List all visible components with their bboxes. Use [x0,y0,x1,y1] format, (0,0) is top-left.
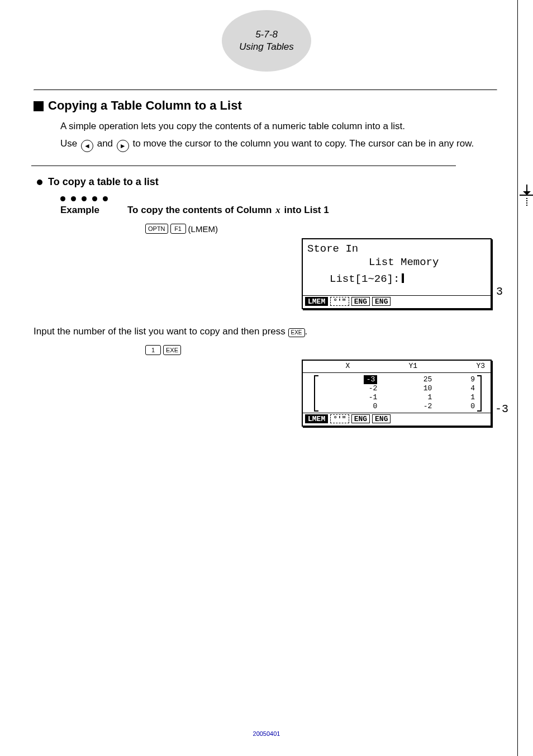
screen1-line1: Store In [307,243,486,256]
key-1: 1 [145,345,161,355]
table-row: -1 1 1 [315,393,480,402]
calc-screen-1: Store In List Memory List[1~26]: LMEM °'… [302,238,492,309]
section-heading: Copying a Table Column to a List [34,98,497,113]
example-dots [60,193,497,204]
cell-y1-2: 1 [383,393,437,402]
key-sequence-2: 1 EXE [145,345,497,355]
section-title-text: Copying a Table Column to a List [48,98,242,113]
screen1-line2: List Memory [307,256,486,270]
softkey-lmem-2: LMEM [305,414,328,423]
screen1-line3: List[1~26]: [307,273,486,286]
softkey-eng-over: ENG [372,297,391,306]
key-exe: EXE [163,345,181,355]
section-para-1: A simple operation lets you copy the con… [60,120,497,134]
para2-b: and [94,138,116,149]
instruction-2: Input the number of the list you want to… [34,326,497,337]
screen2-right-value: -3 [495,403,508,415]
cell-y3-2: 1 [437,393,480,402]
table-row: -2 10 4 [315,384,480,393]
key-fn-lmem: (LMEM) [188,224,218,234]
subsection-rule [31,166,456,166]
page-number: 5-7-8 [255,29,278,40]
table-row: -3 25 9 [315,375,480,384]
cell-y1-0: 25 [383,375,437,384]
example-text: To copy the contents of Column x into Li… [127,205,329,216]
instr2-b: . [305,326,308,337]
cell-y3-1: 4 [437,384,480,393]
example-text-b: into List 1 [282,205,329,215]
instr2-a: Input the number of the list you want to… [34,326,288,337]
header-badge: 5-7-8 Using Tables [222,10,311,72]
right-page-border [517,0,518,756]
page-content: Copying a Table Column to a List A simpl… [34,89,497,443]
para2-c: to move the cursor to the column you wan… [130,138,474,149]
softkey-eng-2: ENG [351,414,370,423]
cell-y1-1: 10 [383,384,437,393]
subsection-heading: To copy a table to a list [37,176,497,188]
th-y1: Y1 [355,362,423,372]
cell-x-0-inv: -3 [364,375,377,384]
softkey-bar-1: LMEM °'" ENG ENG [303,295,491,308]
tbl-bracket: -3 25 9 -2 10 4 -1 1 [314,375,482,412]
right-arrow-key-icon: ► [117,140,129,152]
key-exe-inline: EXE [288,328,305,337]
key-sequence-1: OPTN F1 (LMEM) [145,224,497,234]
section-para-2: Use ◄ and ► to move the cursor to the co… [60,137,497,153]
th-x: X [303,362,355,372]
cell-x-2: -1 [315,393,383,402]
softkey-dms-2: °'" [330,414,349,423]
key-f1: F1 [170,224,186,234]
screen2-table: X Y1 Y3 [303,362,491,372]
softkey-eng: ENG [351,297,370,306]
th-y3: Y3 [423,362,491,372]
crop-mark-icon [518,185,533,209]
footer-date: 20050401 [0,730,533,737]
cell-y3-3: 0 [437,402,480,411]
softkey-dms: °'" [330,297,349,306]
subsection-title-text: To copy a table to a list [48,176,159,188]
square-bullet-icon [34,101,44,111]
example-row: Example To copy the contents of Column x… [60,205,497,216]
softkey-eng-over-2: ENG [372,414,391,423]
section-rule-top [34,89,497,91]
screen-row-1: Store In List Memory List[1~26]: LMEM °'… [34,238,497,309]
cell-x-3: 0 [315,402,383,411]
cell-y3-0: 9 [437,375,480,384]
softkey-bar-2: LMEM °'" ENG ENG [303,413,491,426]
bullet-dot-icon [37,179,42,185]
key-optn: OPTN [145,224,168,234]
left-arrow-key-icon: ◄ [81,140,93,152]
cell-x-1: -2 [315,384,383,393]
text-cursor-icon [402,273,404,283]
example-text-a: To copy the contents of Column [127,205,274,215]
para2-a: Use [60,138,80,149]
softkey-lmem: LMEM [305,297,328,306]
page-title: Using Tables [239,41,294,53]
table-row: 0 -2 0 [315,402,480,411]
screen1-right-value: 3 [496,285,503,298]
example-label: Example [60,205,127,216]
cell-y1-3: -2 [383,402,437,411]
screen-row-2: X Y1 Y3 -3 25 9 [34,360,497,426]
example-var-x: x [274,205,282,215]
calc-screen-2: X Y1 Y3 -3 25 9 [302,360,492,426]
